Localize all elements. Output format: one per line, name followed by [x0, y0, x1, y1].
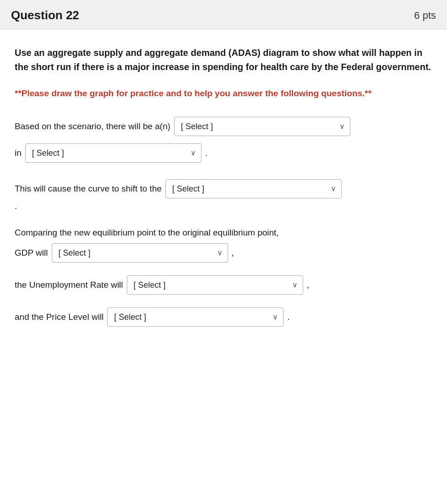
answer-block-2: This will cause the curve to shift to th… — [15, 179, 432, 211]
row-7: and the Price Level will [ Select ] ∨ . — [15, 307, 432, 327]
row-6: the Unemployment Rate will [ Select ] ∨ … — [15, 275, 432, 295]
row5-select[interactable]: [ Select ] — [52, 243, 228, 263]
row1-prefix-text: Based on the scenario, there will be a(n… — [15, 121, 170, 131]
row7-prefix-text: and the Price Level will — [15, 312, 104, 322]
question-body: Use an aggregate supply and aggregate de… — [0, 29, 447, 345]
row5-suffix-text: , — [232, 248, 234, 258]
row3-suffix-text: . — [15, 201, 17, 211]
note-text: **Please draw the graph for practice and… — [15, 87, 432, 100]
row3-prefix-text: This will cause the curve to shift to th… — [15, 184, 162, 194]
row5-prefix-text: GDP will — [15, 248, 48, 258]
row-5: GDP will [ Select ] ∨ , — [15, 243, 432, 263]
row6-suffix-text: , — [307, 280, 309, 290]
row7-select[interactable]: [ Select ] — [107, 307, 283, 327]
row7-suffix-text: . — [287, 312, 289, 322]
row5-select-wrapper: [ Select ] ∨ — [52, 243, 228, 263]
row7-select-wrapper: [ Select ] ∨ — [107, 307, 283, 327]
row2-select[interactable]: [ Select ] — [25, 143, 202, 163]
question-points: 6 pts — [414, 10, 436, 22]
row2-select-wrapper: [ Select ] ∨ — [25, 143, 202, 163]
row-3: This will cause the curve to shift to th… — [15, 179, 432, 198]
row1-select-wrapper: [ Select ] ∨ — [174, 117, 350, 136]
row1-select[interactable]: [ Select ] — [174, 117, 350, 136]
page-container: Question 22 6 pts Use an aggregate suppl… — [0, 0, 447, 504]
row3-select-wrapper: [ Select ] ∨ — [165, 179, 342, 198]
row6-select[interactable]: [ Select ] — [127, 275, 303, 295]
row6-select-wrapper: [ Select ] ∨ — [127, 275, 303, 295]
row2-suffix-text: . — [205, 148, 207, 158]
answer-block-1: Based on the scenario, there will be a(n… — [15, 117, 432, 163]
question-title: Question 22 — [11, 8, 79, 22]
row3-select[interactable]: [ Select ] — [165, 179, 342, 198]
row-1: Based on the scenario, there will be a(n… — [15, 117, 432, 136]
row-2: in [ Select ] ∨ . — [15, 143, 432, 163]
row4-text: Comparing the new equilibrium point to t… — [15, 228, 432, 238]
question-header: Question 22 6 pts — [0, 0, 447, 29]
row2-prefix-text: in — [15, 148, 22, 158]
prompt-text: Use an aggregate supply and aggregate de… — [15, 46, 432, 74]
row6-prefix-text: the Unemployment Rate will — [15, 280, 123, 290]
